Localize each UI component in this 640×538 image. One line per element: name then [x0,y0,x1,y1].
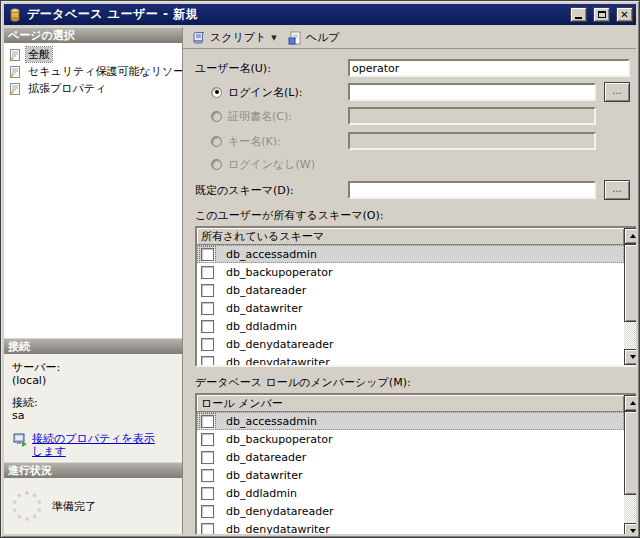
script-button[interactable]: スクリプト ▼ [187,29,281,47]
schema-row[interactable]: db_datawriter [197,299,624,317]
scroll-up-button[interactable] [624,395,636,411]
database-icon [7,7,23,23]
certificate-name-radio[interactable]: 証明書名(C): [211,109,348,124]
role-name: db_accessadmin [226,415,317,428]
scroll-down-button[interactable] [624,523,636,534]
schema-row[interactable]: db_accessadmin [197,245,624,263]
progress-panel: 準備完了 [4,478,182,534]
role-row[interactable]: db_datareader [197,448,624,466]
scroll-down-button[interactable] [624,349,636,365]
progress-spinner-icon [12,491,42,521]
triangle-down-icon [630,529,636,533]
schema-name: db_accessadmin [226,248,317,261]
help-button[interactable]: ヘルプ [283,29,344,47]
triangle-down-icon [630,355,636,359]
login-name-label: ログイン名(L): [228,85,302,100]
server-value: (local) [12,374,174,387]
role-row[interactable]: db_ddladmin [197,484,624,502]
user-name-label: ユーザー名(U): [195,61,348,76]
radio-icon [211,111,222,122]
role-row[interactable]: db_datawriter [197,466,624,484]
scrollbar-thumb[interactable] [624,411,636,495]
login-browse-button[interactable]: ... [604,82,630,102]
window-title: データベース ユーザー - 新規 [27,6,566,23]
role-checkbox[interactable] [201,433,214,446]
schema-row[interactable]: db_denydatawriter [197,353,624,365]
maximize-button[interactable] [593,7,610,22]
view-connection-properties-link[interactable]: 接続のプロパティを表示します [32,432,162,458]
role-name: db_denydatareader [226,505,334,518]
schema-row[interactable]: db_ddladmin [197,317,624,335]
script-icon [191,30,207,46]
connection-panel: サーバー: (local) 接続: sa 接続のプロパティを表示します [4,354,182,462]
schema-checkbox[interactable] [201,302,214,315]
page-icon [8,82,22,96]
role-row[interactable]: db_accessadmin [197,412,624,430]
close-icon: ✕ [620,10,628,20]
role-checkbox[interactable] [201,451,214,464]
login-name-input[interactable] [348,83,596,101]
role-name: db_denydatawriter [226,523,330,535]
scrollbar-thumb[interactable] [624,244,636,322]
schema-browse-button[interactable]: ... [604,180,630,200]
no-login-label: ログインなし(W) [228,157,315,172]
page-icon [8,48,22,62]
login-name-radio[interactable]: ログイン名(L): [211,85,348,100]
role-membership-list: ロール メンバー db_accessadmin db_backupoperato… [195,393,636,534]
schema-row[interactable]: db_datareader [197,281,624,299]
schema-checkbox[interactable] [201,356,214,366]
radio-icon [211,159,222,170]
minimize-button[interactable] [570,7,587,22]
role-checkbox[interactable] [201,505,214,518]
sidebar-page-item[interactable]: 拡張プロパティ [6,80,180,97]
role-name: db_datawriter [226,469,302,482]
role-membership-scrollbar[interactable] [624,395,636,534]
role-checkbox[interactable] [201,487,214,500]
schema-checkbox[interactable] [201,284,214,297]
sidebar: ページの選択 全般 [4,27,182,534]
page-icon [8,65,22,79]
certificate-name-input [348,107,596,125]
schema-checkbox[interactable] [201,248,214,261]
schema-row[interactable]: db_backupoperator [197,263,624,281]
owned-schemas-column-header[interactable]: 所有されているスキーマ [197,228,624,245]
owned-schemas-scrollbar[interactable] [624,228,636,365]
sidebar-page-label: セキュリティ保護可能なリソース [26,64,182,79]
role-row[interactable]: db_denydatareader [197,502,624,520]
schema-name: db_datareader [226,284,306,297]
title-bar[interactable]: データベース ユーザー - 新規 ✕ [4,4,636,25]
key-name-input [348,132,596,150]
role-members-column-header[interactable]: ロール メンバー [197,395,624,412]
role-checkbox[interactable] [201,523,214,535]
key-name-radio[interactable]: キー名(K): [211,134,348,149]
schema-row[interactable]: db_denydatareader [197,335,624,353]
certificate-name-label: 証明書名(C): [228,109,292,124]
sidebar-page-label: 拡張プロパティ [26,81,108,96]
role-name: db_datareader [226,451,306,464]
schema-checkbox[interactable] [201,320,214,333]
role-checkbox[interactable] [201,469,214,482]
sidebar-page-item[interactable]: セキュリティ保護可能なリソース [6,63,180,80]
default-schema-input[interactable] [348,181,596,199]
role-row[interactable]: db_backupoperator [197,430,624,448]
close-button[interactable]: ✕ [616,7,633,22]
scroll-up-button[interactable] [624,228,636,244]
role-name: db_ddladmin [226,487,297,500]
script-button-label: スクリプト [210,30,266,45]
role-row[interactable]: db_denydatawriter [197,520,624,534]
role-checkbox[interactable] [201,415,214,428]
schema-checkbox[interactable] [201,266,214,279]
sidebar-page-item[interactable]: 全般 [6,46,180,63]
owned-schemas-list: 所有されているスキーマ db_accessadmin db_backupoper… [195,226,636,367]
user-name-input[interactable] [348,59,630,77]
help-button-label: ヘルプ [306,30,340,45]
triangle-up-icon [630,234,636,238]
schema-checkbox[interactable] [201,338,214,351]
connection-properties-icon [12,432,28,448]
connection-section-header: 接続 [4,338,182,354]
pages-section-header: ページの選択 [4,27,182,43]
no-login-radio[interactable]: ログインなし(W) [211,157,348,172]
schema-name: db_denydatareader [226,338,334,351]
owned-schemas-label: このユーザーが所有するスキーマ(O): [195,208,630,223]
dropdown-arrow-icon: ▼ [271,34,276,42]
